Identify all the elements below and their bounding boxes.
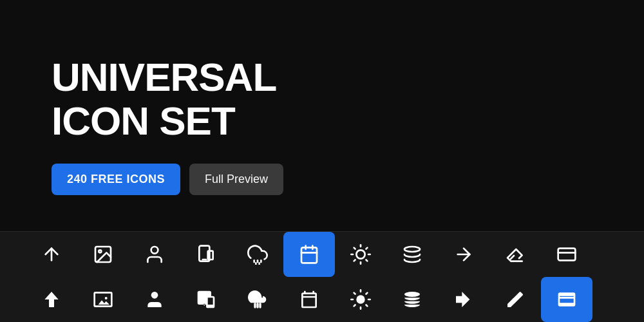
- full-preview-button[interactable]: Full Preview: [189, 164, 283, 195]
- arrow-up-icon[interactable]: [26, 232, 77, 277]
- buttons-row: 240 FREE ICONS Full Preview: [52, 164, 592, 195]
- credit-card-icon[interactable]: [541, 232, 592, 277]
- arrow-right-icon[interactable]: [438, 232, 489, 277]
- eraser-filled-icon[interactable]: [489, 277, 541, 322]
- credit-card-filled-icon[interactable]: [541, 277, 592, 322]
- icons-section: [0, 231, 644, 322]
- arrow-up-bold-icon[interactable]: [26, 277, 77, 322]
- svg-point-3: [151, 247, 158, 254]
- device-icon[interactable]: [180, 232, 232, 277]
- eraser-icon[interactable]: [489, 232, 541, 277]
- svg-rect-12: [301, 247, 317, 263]
- calendar-filled-icon[interactable]: [283, 277, 335, 322]
- calendar-icon[interactable]: [283, 232, 335, 277]
- svg-point-29: [151, 292, 158, 299]
- arrow-right-bold-icon[interactable]: [438, 277, 489, 322]
- svg-line-24: [366, 248, 367, 249]
- svg-point-2: [99, 250, 101, 252]
- svg-point-25: [404, 247, 420, 252]
- device-filled-icon[interactable]: [180, 277, 232, 322]
- layers-filled-icon[interactable]: [386, 277, 438, 322]
- cloud-rain-icon[interactable]: [232, 232, 283, 277]
- icon-row-2: [26, 277, 618, 322]
- image-icon[interactable]: [77, 232, 129, 277]
- svg-point-16: [356, 250, 365, 258]
- sun-filled-icon[interactable]: [335, 277, 386, 322]
- layers-icon[interactable]: [386, 232, 438, 277]
- svg-line-23: [354, 260, 355, 261]
- sun-icon[interactable]: [335, 232, 386, 277]
- cloud-rain-filled-icon[interactable]: [232, 277, 283, 322]
- user-icon[interactable]: [129, 232, 180, 277]
- icon-row-1: [26, 232, 618, 277]
- user-filled-icon[interactable]: [129, 277, 180, 322]
- svg-rect-27: [558, 249, 576, 261]
- image-filled-icon[interactable]: [77, 277, 129, 322]
- free-icons-button[interactable]: 240 FREE ICONS: [52, 164, 180, 195]
- svg-line-20: [366, 260, 367, 261]
- svg-point-33: [356, 295, 365, 303]
- svg-line-19: [354, 248, 355, 249]
- hero-section: UNIVERSAL ICON SET 240 FREE ICONS Full P…: [0, 0, 644, 231]
- svg-point-34: [404, 292, 420, 297]
- page-title: UNIVERSAL ICON SET: [52, 55, 592, 143]
